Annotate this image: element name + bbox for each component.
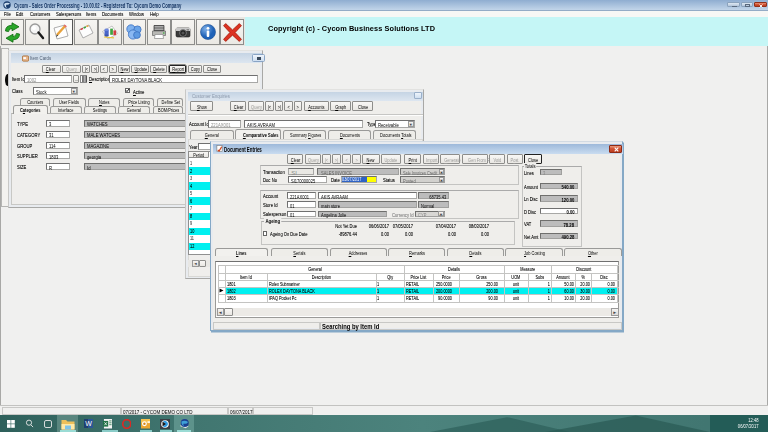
svg-text:W: W (85, 420, 92, 427)
